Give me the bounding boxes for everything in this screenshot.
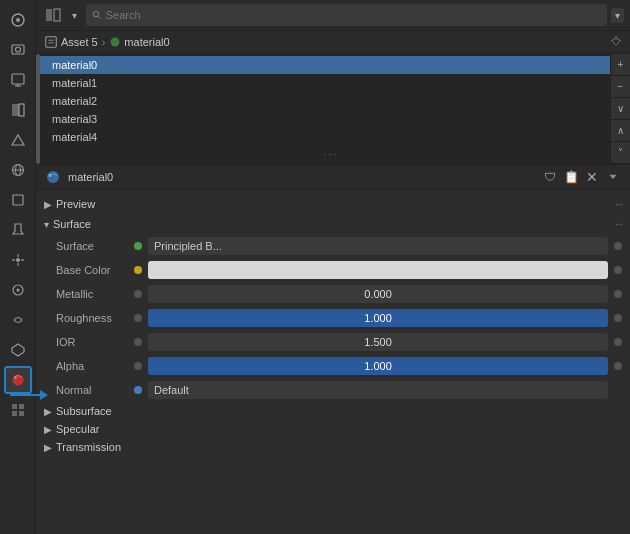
svg-rect-8 (19, 104, 24, 116)
material-scroll-up-btn[interactable]: ∧ (611, 120, 630, 142)
output-icon[interactable] (4, 66, 32, 94)
material-scroll-down-btn[interactable]: ˅ (611, 142, 630, 164)
constraints-icon[interactable] (4, 306, 32, 334)
search-dropdown[interactable]: ▾ (611, 8, 624, 23)
roughness-value[interactable]: 1.000 (148, 309, 608, 327)
surface-section-header[interactable]: ▾ Surface ··· (36, 214, 630, 234)
alpha-end-dot (614, 362, 622, 370)
main-panel: ▾ ▾ Asset 5 › (36, 0, 630, 534)
material-type-btn[interactable] (44, 168, 62, 186)
top-bar: ▾ ▾ (36, 0, 630, 31)
surface-value[interactable]: Principled B... (148, 237, 608, 255)
subsurface-section-header[interactable]: ▶ Subsurface (36, 402, 630, 420)
specular-toggle-icon: ▶ (44, 424, 52, 435)
material-remove-btn[interactable]: − (611, 76, 630, 98)
panel-chevron[interactable]: ▾ (66, 4, 82, 26)
material-down-btn[interactable]: ∨ (611, 98, 630, 120)
transmission-section-header[interactable]: ▶ Transmission (36, 438, 630, 456)
metallic-dot (134, 290, 142, 298)
svg-rect-24 (12, 404, 17, 409)
breadcrumb-asset[interactable]: Asset 5 (44, 35, 98, 49)
asset-icon (44, 35, 58, 49)
search-input[interactable] (106, 9, 601, 21)
base-color-value[interactable] (148, 261, 608, 279)
surface-prop-label: Surface (56, 240, 128, 252)
physics-icon[interactable] (4, 276, 32, 304)
metallic-end-dot (614, 290, 622, 298)
pin-icon (610, 35, 622, 47)
material-icon[interactable] (4, 366, 32, 394)
sidebar (0, 0, 36, 534)
material-item-0[interactable]: material0 (40, 56, 610, 74)
alpha-value[interactable]: 1.000 (148, 357, 608, 375)
material-chevron-btn[interactable] (604, 168, 622, 186)
sub-bar: material0 🛡 📋 ✕ (36, 165, 630, 190)
metallic-text: 0.000 (154, 288, 602, 300)
material-item-4[interactable]: material4 (40, 128, 610, 146)
ior-value[interactable]: 1.500 (148, 333, 608, 351)
roughness-end-dot (614, 314, 622, 322)
ior-row: IOR 1.500 (36, 330, 630, 354)
modifier-icon[interactable] (4, 216, 32, 244)
normal-label: Normal (56, 384, 128, 396)
search-box[interactable] (86, 4, 607, 26)
surface-toggle-icon: ▾ (44, 219, 49, 230)
material-add-btn[interactable]: + (611, 54, 630, 76)
normal-value[interactable]: Default (148, 381, 608, 399)
specular-section-header[interactable]: ▶ Specular (36, 420, 630, 438)
material-shield-btn[interactable]: 🛡 (541, 168, 559, 186)
svg-point-20 (16, 289, 19, 292)
panel-icon[interactable] (42, 4, 64, 26)
material-close-btn[interactable]: ✕ (583, 168, 601, 186)
material-item-3[interactable]: material3 (40, 110, 610, 128)
preview-section-header[interactable]: ▶ Preview ··· (36, 194, 630, 214)
chevron-down-icon (607, 171, 619, 183)
surface-value-text: Principled B... (154, 240, 222, 252)
roughness-label: Roughness (56, 312, 128, 324)
shading-icon[interactable] (4, 396, 32, 424)
svg-rect-27 (19, 411, 24, 416)
particles-icon[interactable] (4, 246, 32, 274)
data-icon[interactable] (4, 336, 32, 364)
alpha-text: 1.000 (154, 360, 602, 372)
render-icon[interactable] (4, 36, 32, 64)
material-name-4: material4 (52, 131, 97, 143)
surface-end-dot (614, 242, 622, 250)
material-item-1[interactable]: material1 (40, 74, 610, 92)
transmission-section-label: Transmission (56, 441, 121, 453)
svg-rect-32 (46, 37, 57, 48)
world-icon[interactable] (4, 156, 32, 184)
svg-point-22 (12, 375, 23, 386)
material-copy-btn[interactable]: 📋 (562, 168, 580, 186)
svg-rect-28 (46, 9, 52, 21)
ior-text: 1.500 (154, 336, 602, 348)
specular-section-label: Specular (56, 423, 99, 435)
svg-point-37 (49, 174, 52, 177)
blender-properties-panel: ▾ ▾ Asset 5 › (0, 0, 630, 534)
svg-point-1 (16, 18, 20, 22)
ior-label: IOR (56, 336, 128, 348)
material-item-2[interactable]: material2 (40, 92, 610, 110)
ior-end-dot (614, 338, 622, 346)
roughness-text: 1.000 (154, 312, 602, 324)
base-color-row: Base Color (36, 258, 630, 282)
surface-section-menu[interactable]: ··· (615, 217, 622, 231)
alpha-row: Alpha 1.000 (36, 354, 630, 378)
metallic-value[interactable]: 0.000 (148, 285, 608, 303)
svg-point-35 (111, 38, 120, 47)
preview-section-menu[interactable]: ··· (615, 197, 622, 211)
object-icon[interactable] (4, 186, 32, 214)
breadcrumb-pin[interactable] (610, 35, 622, 49)
breadcrumb-bar: Asset 5 › material0 (36, 31, 630, 54)
breadcrumb-asset-label: Asset 5 (61, 36, 98, 48)
view-layer-icon[interactable] (4, 96, 32, 124)
preview-section-label: Preview (56, 198, 95, 210)
scene2-icon[interactable] (4, 126, 32, 154)
svg-marker-21 (12, 344, 24, 356)
svg-line-31 (98, 16, 100, 18)
active-material-name: material0 (68, 171, 535, 183)
scene-icon[interactable] (4, 6, 32, 34)
materials-list: material0 material1 material2 material3 … (40, 54, 610, 164)
breadcrumb-material[interactable]: material0 (109, 36, 169, 48)
surface-section-label: Surface (53, 218, 91, 230)
